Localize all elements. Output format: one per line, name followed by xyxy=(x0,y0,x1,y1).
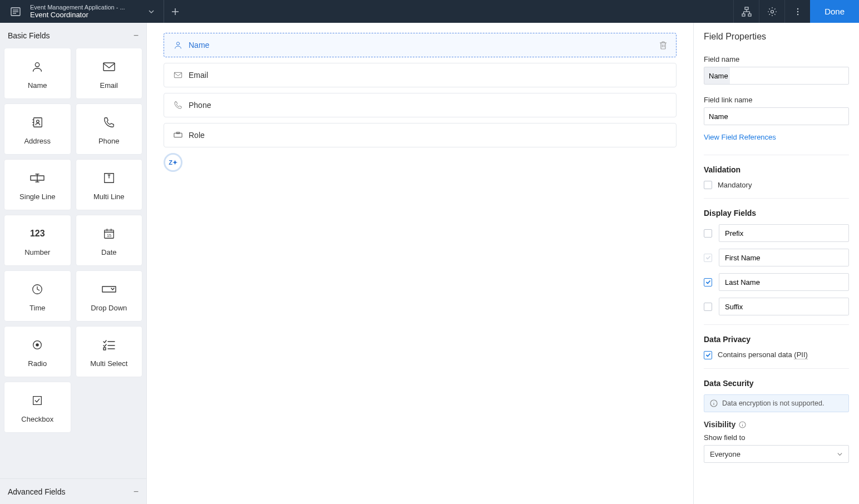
data-privacy-heading: Data Privacy xyxy=(704,335,849,344)
svg-rect-48 xyxy=(174,72,181,77)
field-type-label: Drop Down xyxy=(91,304,127,312)
field-type-label: Multi Select xyxy=(90,359,127,368)
field-type-address[interactable]: Address xyxy=(4,104,71,154)
number-icon: 123 xyxy=(30,225,45,243)
field-label: Email xyxy=(189,71,667,80)
app-name: Event Management Application - ... xyxy=(30,4,140,11)
field-properties-panel: Field Properties Field name Field link n… xyxy=(693,23,859,504)
form-field-role[interactable]: Role xyxy=(164,123,677,147)
validation-heading: Validation xyxy=(704,165,849,174)
mandatory-label: Mandatory xyxy=(718,181,752,189)
field-label: Phone xyxy=(189,101,667,110)
field-type-multi-select[interactable]: Multi Select xyxy=(76,327,142,377)
page-title: Event Coordinator xyxy=(30,11,140,19)
show-field-label: Show field to xyxy=(704,433,849,442)
form-field-phone[interactable]: Phone xyxy=(164,93,677,117)
display-checkbox-first-name[interactable] xyxy=(704,254,712,262)
multiselect-icon xyxy=(102,336,116,354)
radio-icon xyxy=(31,336,43,354)
addressbook-icon xyxy=(31,113,43,131)
form-icon xyxy=(4,6,27,17)
display-checkbox-last-name[interactable] xyxy=(704,278,712,286)
field-name-input[interactable] xyxy=(704,67,849,85)
svg-point-16 xyxy=(797,13,798,14)
field-type-drop-down[interactable]: Drop Down xyxy=(76,271,142,321)
field-type-time[interactable]: Time xyxy=(4,271,71,321)
ai-assistant-badge[interactable]: Z✦ xyxy=(164,153,182,172)
field-type-multi-line[interactable]: Multi Line xyxy=(76,160,142,210)
header-right: Done xyxy=(733,0,859,23)
phone-icon xyxy=(103,113,115,131)
field-type-label: Date xyxy=(101,248,116,256)
header-left: Event Management Application - ... Event… xyxy=(0,0,164,23)
pii-label: Contains personal data (PII) xyxy=(718,350,808,359)
field-type-number[interactable]: 123Number xyxy=(4,215,71,265)
form-field-name[interactable]: Name xyxy=(164,33,677,57)
basic-fields-header[interactable]: Basic Fields − xyxy=(0,23,146,48)
chevron-down-icon xyxy=(837,451,843,457)
info-icon xyxy=(710,399,718,407)
mandatory-checkbox[interactable] xyxy=(704,181,712,189)
encryption-info: Data encryption is not supported. xyxy=(704,394,849,412)
pii-checkbox[interactable] xyxy=(704,351,712,359)
field-type-label: Single Line xyxy=(19,192,55,201)
field-link-input[interactable] xyxy=(704,107,849,125)
basic-fields-label: Basic Fields xyxy=(8,31,50,40)
svg-point-13 xyxy=(771,10,773,13)
tab-dropdown[interactable] xyxy=(144,8,159,15)
dropdown-icon xyxy=(101,280,117,298)
done-button[interactable]: Done xyxy=(810,0,859,23)
singleline-icon xyxy=(29,169,45,187)
display-fields-heading: Display Fields xyxy=(704,209,849,218)
view-references-link[interactable]: View Field References xyxy=(704,133,776,141)
main: Basic Fields − NameEmailAddressPhoneSing… xyxy=(0,23,859,504)
add-tab-button[interactable] xyxy=(164,0,186,23)
field-type-checkbox[interactable]: Checkbox xyxy=(4,382,71,432)
display-input-last-name[interactable] xyxy=(719,273,849,291)
delete-field-button[interactable] xyxy=(659,41,667,50)
app-header: Event Management Application - ... Event… xyxy=(0,0,859,23)
advanced-fields-header[interactable]: Advanced Fields − xyxy=(0,478,146,504)
field-type-date[interactable]: 15Date xyxy=(76,215,142,265)
field-link-label: Field link name xyxy=(704,96,849,104)
field-type-label: Checkbox xyxy=(21,415,53,423)
field-type-name[interactable]: Name xyxy=(4,48,71,98)
display-input-first-name[interactable] xyxy=(719,249,849,266)
field-type-phone[interactable]: Phone xyxy=(76,104,142,154)
svg-point-14 xyxy=(797,8,798,9)
visibility-heading: Visibility xyxy=(704,420,849,429)
form-field-email[interactable]: Email xyxy=(164,63,677,87)
display-checkbox-prefix[interactable] xyxy=(704,229,712,238)
more-icon-button[interactable] xyxy=(784,0,810,23)
display-input-suffix[interactable] xyxy=(719,298,849,315)
minus-icon: − xyxy=(134,31,139,41)
visibility-select[interactable]: Everyone xyxy=(704,445,849,463)
svg-text:15: 15 xyxy=(107,233,111,238)
checkbox-icon xyxy=(31,392,43,409)
mail-icon xyxy=(102,58,116,76)
role-icon xyxy=(173,131,183,140)
svg-rect-8 xyxy=(748,14,751,16)
display-input-prefix[interactable] xyxy=(719,224,849,242)
svg-rect-18 xyxy=(103,63,115,71)
settings-icon-button[interactable] xyxy=(759,0,784,23)
field-type-label: Radio xyxy=(28,359,47,368)
user-icon xyxy=(31,58,43,76)
field-type-radio[interactable]: Radio xyxy=(4,327,71,377)
svg-rect-6 xyxy=(745,7,748,9)
field-type-email[interactable]: Email xyxy=(76,48,142,98)
field-type-label: Multi Line xyxy=(93,192,125,201)
field-type-single-line[interactable]: Single Line xyxy=(4,160,71,210)
display-checkbox-suffix[interactable] xyxy=(704,303,712,311)
flow-icon-button[interactable] xyxy=(733,0,759,23)
svg-rect-37 xyxy=(102,286,116,292)
minus-icon: − xyxy=(134,487,139,497)
spacer xyxy=(186,0,733,23)
fields-sidebar: Basic Fields − NameEmailAddressPhoneSing… xyxy=(0,23,147,504)
field-type-label: Phone xyxy=(98,137,120,145)
multiline-icon xyxy=(103,169,115,187)
field-type-label: Number xyxy=(24,248,50,256)
svg-point-17 xyxy=(36,62,40,66)
svg-rect-7 xyxy=(742,14,745,16)
svg-point-20 xyxy=(37,120,40,122)
